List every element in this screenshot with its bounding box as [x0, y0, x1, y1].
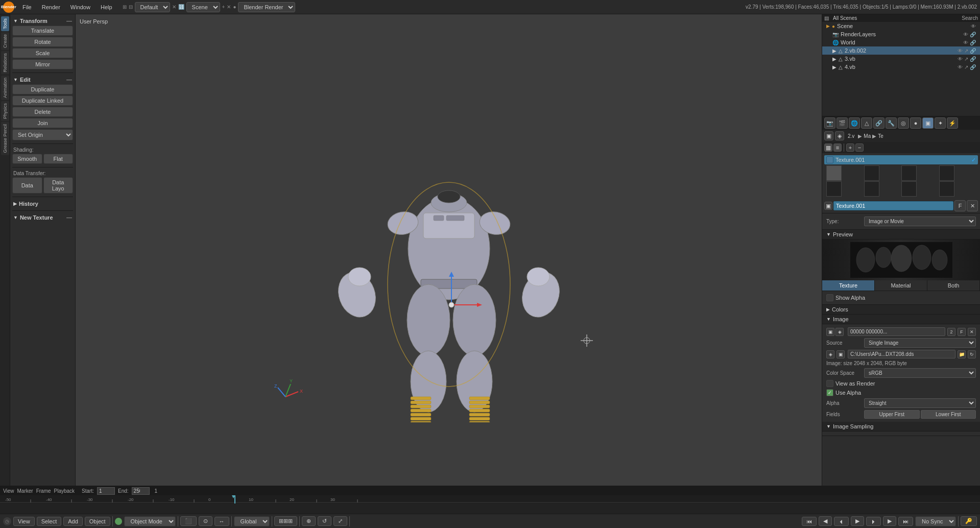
tex-slot-icon[interactable]: + [846, 143, 854, 152]
manip-icon[interactable]: ↔ [214, 517, 229, 526]
tab-both[interactable]: Both [927, 280, 980, 291]
tab-material[interactable]: Material [875, 280, 927, 291]
global-select[interactable]: Global [234, 516, 270, 526]
start-value-input[interactable] [97, 487, 115, 495]
view-menu-btn[interactable]: View [13, 517, 35, 526]
duplicate-linked-btn[interactable]: Duplicate Linked [12, 95, 73, 106]
add-menu-btn[interactable]: Add [63, 517, 83, 526]
set-origin-select[interactable]: Set Origin [12, 129, 73, 140]
texture-slot-6[interactable] [864, 181, 879, 197]
nav-grease-pencil[interactable]: Grease Pencil [1, 122, 9, 155]
playback-btn[interactable]: Playback [54, 488, 75, 494]
join-btn[interactable]: Join [12, 118, 73, 128]
alpha-select[interactable]: Straight [864, 398, 976, 408]
path-icon1[interactable]: ◈ [826, 350, 834, 358]
texture-props-btn[interactable]: ▣ [922, 117, 934, 129]
transform-btns[interactable]: ⊕ [302, 516, 316, 526]
image-section-header[interactable]: ▼ Image [822, 315, 980, 324]
layout-select[interactable]: Default [135, 2, 170, 12]
particles-btn[interactable]: ✦ [935, 117, 946, 129]
texture-slot-4[interactable] [939, 165, 954, 181]
tex-type-icon[interactable]: ▣ [824, 202, 832, 210]
duplicate-btn[interactable]: Duplicate [12, 84, 73, 94]
nav-tools[interactable]: Tools [1, 16, 9, 31]
flat-btn[interactable]: Flat [43, 154, 74, 164]
view-as-render-checkbox[interactable] [826, 380, 833, 387]
tex-list-icon[interactable]: ≡ [833, 143, 842, 152]
constraint-props-btn[interactable]: 🔗 [873, 117, 885, 129]
world-props-btn[interactable]: 🌐 [849, 117, 860, 129]
timeline-end-btn[interactable]: ⏭ [898, 517, 913, 526]
material-props-btn[interactable]: ● [910, 117, 921, 129]
view-btn[interactable]: View [3, 488, 14, 494]
path-browse-icon[interactable]: 📁 [958, 350, 966, 358]
outliner-item-vb3[interactable]: ▶ △ 3.vb 👁 ↗ 🔗 [822, 55, 980, 63]
tex-check-icon[interactable]: F [954, 200, 966, 211]
timeline-play-btn[interactable]: ▶ [851, 516, 864, 526]
img-frame-icon[interactable]: 2 [947, 328, 955, 336]
viewport[interactable]: User Persp [76, 14, 822, 514]
ctx-icon1[interactable]: ▣ [824, 131, 833, 140]
translate-btn[interactable]: Translate [12, 26, 73, 36]
data-props-btn[interactable]: ◎ [898, 117, 909, 129]
marker-btn[interactable]: Marker [17, 488, 33, 494]
data-layo-btn[interactable]: Data Layo [43, 177, 74, 194]
texture-slot-7[interactable] [901, 181, 917, 197]
scene-select[interactable]: Scene [186, 2, 220, 12]
texture-slot-2[interactable] [864, 165, 879, 181]
select-menu-btn[interactable]: Select [37, 517, 62, 526]
path-input[interactable] [848, 350, 955, 358]
show-alpha-checkbox[interactable] [826, 294, 833, 301]
smooth-btn[interactable]: Smooth [12, 154, 42, 164]
timeline-start-btn[interactable]: ⏮ [802, 517, 817, 526]
tab-texture[interactable]: Texture [822, 280, 875, 291]
texture-slot-8[interactable] [939, 181, 954, 197]
menu-render[interactable]: Render [38, 3, 64, 11]
edit-section-title[interactable]: ▼ Edit — [12, 75, 73, 84]
nav-relations[interactable]: Relations [1, 51, 9, 75]
lower-first-btn[interactable]: Lower First [921, 410, 976, 419]
history-section-title[interactable]: ▶ History [12, 199, 73, 208]
new-texture-section-title[interactable]: ▼ New Texture — [12, 213, 73, 222]
menu-help[interactable]: Help [97, 3, 116, 11]
modifier-props-btn[interactable]: 🔧 [886, 117, 897, 129]
outliner-item-vb002[interactable]: ▶ △ 2.vb.002 👁 ↗ 🔗 [822, 46, 980, 55]
img-f-icon[interactable]: F [958, 328, 966, 336]
colors-section-header[interactable]: ▶ Colors [822, 305, 980, 315]
delete-btn[interactable]: Delete [12, 107, 73, 117]
outliner-item-renderlayers[interactable]: 📷 RenderLayers 👁 🔗 [822, 30, 980, 38]
texture-slot-5[interactable] [826, 181, 842, 197]
sync-select[interactable]: No Sync [915, 516, 956, 526]
texture-slot-3[interactable] [901, 165, 917, 181]
mode-select[interactable]: Object Mode [124, 516, 176, 526]
menu-window[interactable]: Window [66, 3, 94, 11]
upper-first-btn[interactable]: Upper First [864, 410, 920, 419]
overlay-icon[interactable]: ⊙ [199, 516, 212, 526]
timeline-back-key[interactable]: ⏴ [834, 517, 849, 526]
texture-type-select[interactable]: Image or Movie [864, 217, 976, 226]
image-filename-input[interactable] [848, 327, 945, 336]
texture-slot-1[interactable] [826, 165, 842, 181]
timeline-fwd-btn[interactable]: ▶ [883, 516, 896, 526]
tex-del-icon[interactable]: − [855, 143, 864, 152]
img-icon2[interactable]: ◈ [835, 328, 844, 336]
engine-select[interactable]: Blender Render [238, 2, 295, 12]
keying-btn[interactable]: 🔑 [961, 516, 977, 526]
preview-section-header[interactable]: ▼ Preview [822, 230, 980, 239]
texture-item-001[interactable]: Texture.001 ✓ [824, 155, 978, 164]
layers-grid[interactable]: ⊞⊞⊞ [274, 516, 297, 526]
use-alpha-checkbox[interactable] [826, 389, 833, 396]
outliner-item-vb4[interactable]: ▶ △ 4.vb 👁 ↗ 🔗 [822, 63, 980, 71]
timeline-track[interactable]: -50 -40 -30 -20 -10 0 10 20 30 [0, 495, 980, 514]
transform-section-title[interactable]: ▼ Transform — [12, 16, 73, 26]
rotate-mode[interactable]: ↺ [318, 516, 331, 526]
rotate-btn[interactable]: Rotate [12, 37, 73, 47]
frame-btn[interactable]: Frame [36, 488, 51, 494]
outliner-item-world[interactable]: 🌐 World 👁 🔗 [822, 38, 980, 46]
end-value-input[interactable] [132, 487, 150, 495]
img-icon1[interactable]: ▣ [826, 328, 834, 336]
shading-icon[interactable]: ⬛ [180, 516, 197, 526]
timeline-back-btn[interactable]: ◀ [819, 516, 832, 526]
img-x-icon[interactable]: ✕ [968, 328, 976, 336]
timeline-fwd-key[interactable]: ⏵ [866, 517, 881, 526]
